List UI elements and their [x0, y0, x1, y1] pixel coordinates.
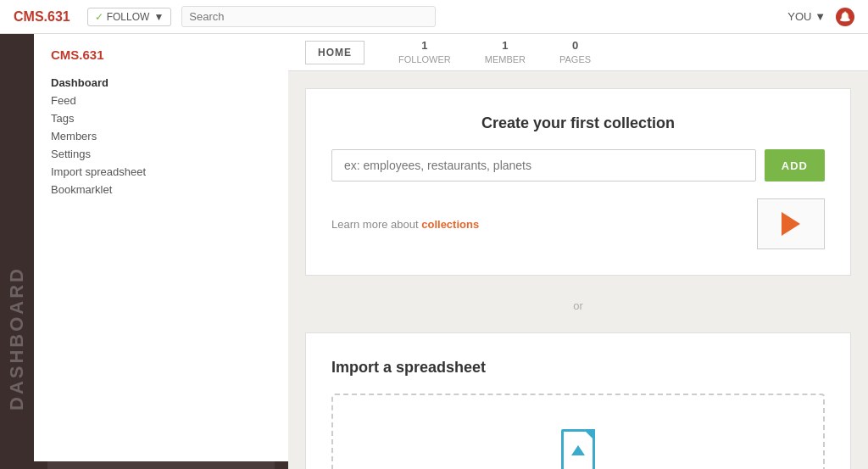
- create-silk-button[interactable]: CREATE A NEW SILK: [47, 461, 275, 469]
- sidebar-inner: CMS.631 Dashboard Feed Tags Members Sett…: [34, 34, 288, 461]
- play-video-button[interactable]: [757, 198, 825, 249]
- sidebar-item-bookmarklet[interactable]: Bookmarklet: [51, 181, 271, 198]
- page-wrapper: Dashboard CMS.631 Dashboard Feed Tags Me…: [0, 34, 868, 469]
- top-nav: CMS.631 ✓ FOLLOW ▼ YOU ▼: [0, 0, 868, 34]
- sidebar-item-dashboard[interactable]: Dashboard: [51, 74, 271, 92]
- learn-more-row: Learn more about collections: [331, 198, 825, 249]
- home-tab[interactable]: HOME: [305, 41, 364, 64]
- play-triangle-icon: [782, 212, 800, 236]
- home-bar: HOME 1 FOLLOWER 1 MEMBER 0 PAGES: [288, 34, 868, 71]
- file-dropzone[interactable]: START BY DROPPING A CSV OR EXCEL FILE OR…: [331, 394, 825, 469]
- pages-stat: 0 PAGES: [559, 38, 591, 67]
- search-input[interactable]: [181, 6, 436, 27]
- sidebar-item-members[interactable]: Members: [51, 127, 271, 145]
- sidebar-buttons: CREATE A NEW SILK TUTORIALS: [34, 461, 288, 469]
- import-card: Import a spreadsheet START BY DROPPING A…: [305, 332, 851, 469]
- notifications-bell-icon[interactable]: [836, 8, 854, 26]
- sidebar-item-settings[interactable]: Settings: [51, 145, 271, 163]
- rotated-dashboard-label: Dashboard: [0, 34, 34, 469]
- collection-input-row: ADD: [331, 149, 825, 181]
- sidebar-nav: Dashboard Feed Tags Members Settings Imp…: [51, 74, 271, 198]
- main-content: HOME 1 FOLLOWER 1 MEMBER 0 PAGES Create …: [288, 34, 868, 469]
- or-divider: or: [288, 293, 868, 319]
- sidebar-item-import[interactable]: Import spreadsheet: [51, 163, 271, 181]
- member-stat: 1 MEMBER: [485, 38, 526, 67]
- add-collection-button[interactable]: ADD: [765, 149, 825, 181]
- follow-button[interactable]: ✓ FOLLOW ▼: [87, 8, 172, 26]
- you-menu[interactable]: YOU ▼: [787, 10, 826, 23]
- sidebar-item-feed[interactable]: Feed: [51, 92, 271, 109]
- brand-title[interactable]: CMS.631: [14, 9, 70, 25]
- nav-right: YOU ▼: [787, 8, 854, 26]
- follower-stat: 1 FOLLOWER: [398, 38, 451, 67]
- arrow-up-icon: [571, 445, 585, 455]
- sidebar-item-tags[interactable]: Tags: [51, 109, 271, 127]
- import-heading: Import a spreadsheet: [331, 359, 825, 377]
- upload-file-icon: [557, 429, 599, 469]
- collection-card: Create your first collection ADD Learn m…: [305, 88, 851, 276]
- collection-name-input[interactable]: [331, 149, 756, 181]
- collections-link[interactable]: collections: [421, 218, 479, 231]
- file-body-icon: [561, 429, 595, 469]
- collection-heading: Create your first collection: [331, 114, 825, 132]
- learn-more-text: Learn more about collections: [331, 218, 479, 231]
- sidebar: CMS.631 Dashboard Feed Tags Members Sett…: [34, 34, 288, 469]
- sidebar-cms-title[interactable]: CMS.631: [51, 47, 271, 62]
- follow-check-icon: ✓: [95, 11, 103, 23]
- import-section: Import a spreadsheet START BY DROPPING A…: [305, 332, 851, 469]
- file-corner-icon: [583, 429, 595, 441]
